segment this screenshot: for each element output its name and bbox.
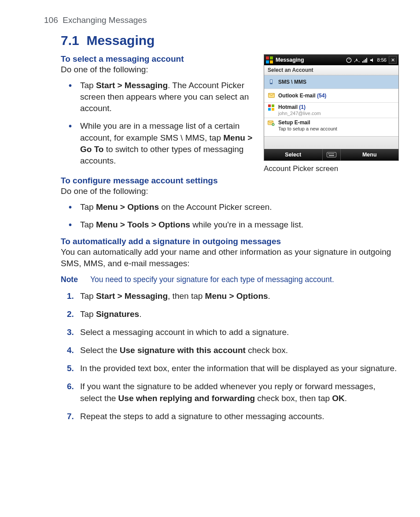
- step-6: 6. If you want the signature to be added…: [67, 381, 398, 405]
- running-head: Exchanging Messages: [63, 15, 147, 25]
- section-title: 7.1 Messaging: [61, 33, 398, 48]
- bullet-list-1: Tap Start > Messaging. The Account Picke…: [67, 80, 256, 167]
- close-icon: ✕: [389, 56, 397, 64]
- bullet-1: Tap Menu > Options on the Account Picker…: [67, 201, 398, 213]
- row-outlook: Outlook E-mail (54): [264, 89, 398, 103]
- note-block: Note You need to specify your signature …: [61, 275, 398, 284]
- bullet-1: Tap Start > Messaging. The Account Picke…: [67, 80, 256, 115]
- status-icons: 8:56 ✕: [346, 56, 397, 64]
- phone-title: Messaging: [276, 57, 343, 63]
- row-hotmail: Hotmail (1) john_247@live.com: [264, 103, 398, 118]
- step-2: 2. Tap Signatures.: [67, 309, 398, 320]
- softkey-left: Select: [264, 152, 322, 158]
- section-number: 7.1: [61, 33, 79, 48]
- bullet-2: While you are in a message list of a cer…: [67, 120, 256, 167]
- intro-1: Do one of the following:: [61, 64, 256, 75]
- account-picker-screenshot: Messaging 8:56 ✕ Select an Account: [264, 54, 399, 161]
- phone-softkey-bar: Select Menu: [264, 149, 398, 160]
- page-number: 106: [44, 15, 58, 25]
- step-1: 1. Tap Start > Messaging, then tap Menu …: [67, 290, 398, 302]
- heading-signature: To automatically add a signature in outg…: [61, 237, 398, 246]
- bullet-list-2: Tap Menu > Options on the Account Picker…: [67, 201, 398, 231]
- volume-icon: [370, 57, 375, 63]
- signal-icon: [362, 57, 368, 63]
- clock: 8:56: [377, 57, 387, 63]
- content: To select a messaging account Do one of …: [61, 54, 398, 423]
- step-3: 3. Select a messaging account in which t…: [67, 327, 398, 338]
- two-column-area: To select a messaging account Do one of …: [61, 54, 398, 173]
- row-sms-mms: SMS \ MMS: [264, 75, 398, 89]
- svg-rect-13: [331, 153, 332, 154]
- row-label: Outlook E-mail (54): [278, 93, 326, 99]
- svg-rect-16: [329, 155, 334, 156]
- step-5: 5. In the provided text box, enter the i…: [67, 363, 398, 375]
- phone-subhead: Select an Account: [264, 65, 398, 75]
- svg-rect-2: [364, 60, 365, 63]
- connection-icon: [354, 57, 360, 63]
- svg-rect-12: [329, 153, 330, 154]
- left-column: To select a messaging account Do one of …: [61, 54, 256, 173]
- note-label: Note: [61, 275, 78, 284]
- account-list: SMS \ MMS Outlook E-mail (54): [264, 75, 398, 136]
- numbered-steps: 1. Tap Start > Messaging, then tap Menu …: [67, 290, 398, 423]
- note-text: You need to specify your signature for e…: [90, 275, 334, 284]
- live-icon: [268, 104, 275, 111]
- step-4: 4. Select the Use signature with this ac…: [67, 345, 398, 357]
- manual-page: 106 Exchanging Messages 7.1 Messaging To…: [0, 0, 420, 446]
- intro-3: You can automatically add your name and …: [61, 246, 398, 269]
- bullet-2: Tap Menu > Tools > Options while you're …: [67, 219, 398, 231]
- windows-start-icon: [266, 56, 273, 63]
- softkey-right: Menu: [341, 152, 399, 158]
- sip-icon: [322, 149, 341, 160]
- svg-rect-3: [365, 59, 366, 63]
- row-setup-email: Setup E-mail Tap to setup a new account: [264, 118, 398, 133]
- step-7: 7. Repeat the steps to add a signature t…: [67, 411, 398, 423]
- sync-icon: [346, 57, 352, 63]
- row-label: Hotmail (1) john_247@live.com: [278, 104, 321, 116]
- screenshot-caption: Account Picker screen: [264, 164, 398, 173]
- intro-2: Do one of the following:: [61, 186, 398, 197]
- svg-rect-1: [362, 61, 363, 63]
- phone-titlebar: Messaging 8:56 ✕: [264, 55, 398, 65]
- page-header: 106 Exchanging Messages: [44, 15, 398, 25]
- row-label: Setup E-mail Tap to setup a new account: [278, 119, 337, 132]
- envelope-icon: [268, 92, 275, 99]
- right-column: Messaging 8:56 ✕ Select an Account: [264, 54, 398, 173]
- spacer: [264, 136, 398, 149]
- svg-rect-15: [333, 153, 334, 154]
- envelope-add-icon: [268, 119, 275, 126]
- section-name: Messaging: [86, 33, 155, 48]
- svg-rect-10: [327, 152, 336, 157]
- svg-rect-11: [328, 153, 329, 154]
- heading-configure-settings: To configure message account settings: [61, 176, 398, 186]
- sms-icon: [268, 78, 275, 86]
- heading-select-account: To select a messaging account: [61, 54, 256, 64]
- svg-rect-4: [366, 58, 367, 63]
- row-label: SMS \ MMS: [278, 79, 306, 85]
- svg-rect-14: [332, 153, 333, 154]
- svg-rect-6: [270, 80, 272, 83]
